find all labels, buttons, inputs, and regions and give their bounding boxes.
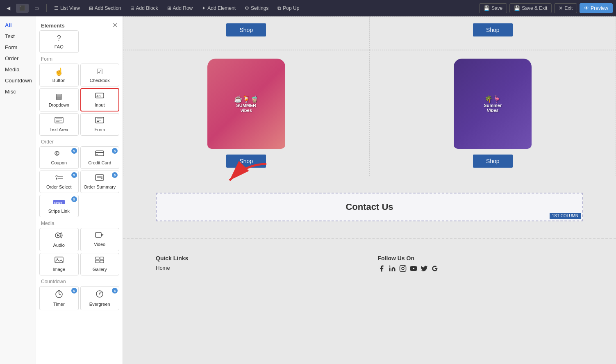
panel-close-button[interactable]: ✕: [112, 22, 118, 29]
gallery-icon: [95, 257, 104, 265]
contact-section: Contact Us 1ST COLUMN: [156, 193, 583, 221]
add-section-button[interactable]: ⊞ Add Section: [86, 4, 125, 13]
svg-point-46: [404, 267, 405, 267]
quick-links-col: Quick Links Home: [156, 255, 361, 274]
add-row-button[interactable]: ⊞ Add Row: [164, 4, 196, 13]
shop-button-top-left[interactable]: Shop: [226, 23, 266, 36]
instagram-icon[interactable]: [399, 265, 407, 274]
element-faq[interactable]: ? FAQ: [39, 30, 79, 53]
shirt-pink-text: ☕🍹🧋 SUMMERvibes: [231, 92, 262, 116]
add-block-label: Add Block: [136, 5, 158, 11]
element-coupon[interactable]: $ $ Coupon: [39, 146, 79, 169]
element-button-label: Button: [52, 78, 66, 83]
checkbox-icon: ☑: [96, 67, 103, 76]
save-icon: 💾: [484, 5, 490, 11]
shirt-purple-text: 🌴🦩 SummerVibes: [480, 92, 505, 116]
element-gallery-label: Gallery: [93, 267, 107, 272]
category-misc[interactable]: Misc: [0, 86, 36, 97]
orderselect-pro-badge: $: [71, 172, 77, 178]
shirt-cell-left: ☕🍹🧋 SUMMERvibes Shop: [123, 50, 370, 176]
shop-button-bottom-right[interactable]: Shop: [473, 155, 513, 168]
footer-link-home[interactable]: Home: [156, 265, 361, 271]
preview-button[interactable]: 👁 Preview: [580, 3, 613, 13]
element-checkbox[interactable]: ☑ Checkbox: [80, 64, 120, 86]
linkedin-icon[interactable]: [389, 265, 396, 274]
element-form[interactable]: Form: [80, 113, 120, 136]
element-stripelink-label: Stripe Link: [48, 209, 70, 214]
twitter-icon[interactable]: [421, 265, 428, 274]
element-image[interactable]: Image: [39, 253, 79, 275]
element-evergreen[interactable]: $ Evergreen: [80, 286, 120, 310]
element-dropdown[interactable]: ▤ Dropdown: [39, 88, 79, 111]
tablet-icon: ▭: [34, 5, 39, 11]
svg-text:stripe: stripe: [54, 201, 62, 205]
element-creditcard[interactable]: $ Credit Card: [80, 146, 120, 169]
evergreen-pro-badge: $: [112, 288, 118, 293]
settings-label: Settings: [251, 5, 268, 11]
add-element-button[interactable]: ✦ Add Element: [198, 4, 239, 13]
youtube-icon[interactable]: [410, 265, 417, 274]
popup-button[interactable]: ⧉ Pop Up: [274, 4, 302, 13]
category-form[interactable]: Form: [0, 42, 36, 53]
coupon-pro-badge: $: [71, 148, 77, 154]
svg-rect-42: [389, 268, 390, 271]
add-section-icon: ⊞: [89, 5, 93, 11]
list-view-button[interactable]: ☰ List View: [51, 4, 83, 13]
settings-button[interactable]: ⚙ Settings: [241, 4, 272, 13]
social-icons-row: [378, 265, 584, 274]
google-icon[interactable]: [431, 265, 439, 274]
element-textarea[interactable]: Text Area: [39, 113, 79, 136]
element-orderselect[interactable]: $ Order Select: [39, 171, 79, 193]
category-text[interactable]: Text: [0, 31, 36, 42]
element-stripelink[interactable]: $ stripe Stripe Link: [39, 195, 79, 217]
save-label: Save: [491, 5, 502, 11]
element-button[interactable]: ☝ Button: [39, 64, 79, 86]
add-row-icon: ⊞: [167, 5, 171, 11]
save-exit-button[interactable]: 💾 Save & Exit: [509, 3, 552, 13]
svg-point-43: [389, 266, 390, 267]
faq-icon: ?: [57, 34, 61, 43]
tablet-view-button[interactable]: ▭: [31, 4, 42, 13]
back-button[interactable]: ◀: [3, 4, 14, 13]
exit-button[interactable]: ✕ Exit: [554, 3, 577, 13]
top-shop-row: Shop Shop: [123, 16, 616, 50]
follow-title: Follow Us On: [378, 255, 584, 262]
add-element-label: Add Element: [207, 5, 236, 11]
element-timer[interactable]: $ Timer: [39, 286, 79, 310]
category-media[interactable]: Media: [0, 64, 36, 75]
panel-title: Elements: [41, 23, 65, 29]
element-audio[interactable]: Audio: [39, 228, 79, 251]
facebook-icon[interactable]: [378, 265, 385, 274]
form-grid: ☝ Button ☑ Checkbox ▤ Dropdown AB: [39, 64, 119, 136]
timer-pro-badge: $: [71, 288, 77, 293]
category-countdown[interactable]: Countdown: [0, 75, 36, 86]
panel-header: Elements ✕: [39, 20, 119, 30]
element-video[interactable]: Video: [80, 228, 120, 251]
svg-rect-9: [97, 121, 99, 122]
element-gallery[interactable]: Gallery: [80, 253, 120, 275]
shop-button-top-right[interactable]: Shop: [473, 23, 513, 36]
category-order[interactable]: Order: [0, 53, 36, 64]
desktop-icon: ⬛: [19, 5, 25, 11]
video-icon: [95, 232, 104, 240]
svg-rect-31: [95, 257, 99, 259]
svg-rect-29: [55, 257, 63, 263]
svg-rect-12: [95, 151, 104, 156]
exit-icon: ✕: [559, 5, 563, 11]
settings-icon: ⚙: [245, 5, 249, 11]
element-input[interactable]: AB Input: [80, 88, 120, 111]
main-layout: All Text Form Order Media Countdown Misc…: [0, 16, 616, 364]
save-button[interactable]: 💾 Save: [479, 3, 507, 13]
element-form-label: Form: [94, 127, 105, 132]
desktop-view-button[interactable]: ⬛: [16, 4, 29, 13]
shop-button-bottom-left[interactable]: Shop: [226, 155, 266, 168]
add-block-button[interactable]: ⊟ Add Block: [127, 4, 161, 13]
element-creditcard-label: Credit Card: [88, 160, 111, 165]
category-all[interactable]: All: [0, 20, 36, 31]
ordersummary-pro-badge: $: [112, 172, 118, 178]
element-ordersummary[interactable]: $ Order Summary: [80, 171, 120, 193]
list-view-label: List View: [60, 5, 80, 11]
contact-title: Contact Us: [165, 202, 574, 212]
form-icon: [95, 117, 104, 125]
svg-rect-33: [95, 260, 99, 263]
